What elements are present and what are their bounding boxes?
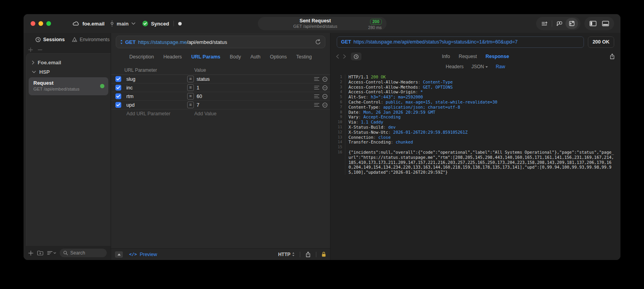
url-host: https://statuspage.me xyxy=(138,39,187,45)
send-receive-button[interactable] xyxy=(566,18,578,29)
toolbar-separator xyxy=(552,20,552,27)
request-duration: 280 ms xyxy=(368,25,381,30)
param-enabled-checkbox[interactable] xyxy=(115,93,121,99)
request-editor-pane: GET https://statuspage.me/api/embed/stat… xyxy=(111,33,330,260)
remove-param-icon[interactable] xyxy=(322,94,328,99)
request-list-button[interactable] xyxy=(538,18,551,29)
tab-options[interactable]: Options xyxy=(270,54,287,60)
tab-headers-label: Headers xyxy=(163,54,182,60)
response-subtab-json[interactable]: JSON xyxy=(471,64,488,69)
param-enabled-checkbox[interactable] xyxy=(115,85,121,91)
add-request-icon[interactable] xyxy=(28,251,33,256)
tab-body[interactable]: Body xyxy=(230,54,241,60)
branch-chevron-down-icon[interactable] xyxy=(131,22,135,25)
param-name-field[interactable]: rtm xyxy=(124,94,187,99)
param-value-cell[interactable]: =7 xyxy=(187,102,308,108)
equals-type-icon[interactable]: = xyxy=(187,93,194,100)
params-table-body: slug=statusinc=1rtm=60upd=7 xyxy=(111,75,330,109)
equals-type-icon[interactable]: = xyxy=(187,102,194,108)
add-url-parameter-placeholder[interactable]: Add URL Parameter xyxy=(124,111,187,116)
response-subtab-headers[interactable]: Headers xyxy=(446,64,463,69)
tab-sessions[interactable]: Sessions xyxy=(35,37,65,42)
zoom-window-button[interactable] xyxy=(46,21,51,26)
param-value-cell[interactable]: =1 xyxy=(187,84,308,91)
toggle-bottom-panel-button[interactable] xyxy=(599,18,612,29)
code-line: 8Date: Mon, 26 Jan 2026 20:29:59 GMT xyxy=(330,110,620,115)
request-item-subtitle: GET /api/embed/status xyxy=(33,86,100,92)
remove-param-icon[interactable] xyxy=(322,76,328,82)
history-clock-button[interactable] xyxy=(351,53,361,60)
remove-param-icon[interactable] xyxy=(322,102,328,108)
tab-environments[interactable]: Environments xyxy=(72,37,109,42)
method-select[interactable]: GET xyxy=(125,39,136,45)
nav-forward-icon[interactable] xyxy=(343,54,346,59)
search-input[interactable]: Search xyxy=(60,249,107,257)
param-enabled-checkbox[interactable] xyxy=(115,102,121,108)
search-placeholder: Search xyxy=(70,250,85,256)
code-line: 7Content-Type: application/json; charset… xyxy=(330,105,620,110)
nav-back-icon[interactable] xyxy=(336,54,339,59)
preview-label: Preview xyxy=(140,252,157,257)
protocol-select[interactable]: HTTP xyxy=(278,252,295,257)
response-body-raw[interactable]: 1HTTP/1.1 200 OK2Access-Control-Allow-He… xyxy=(330,71,620,260)
param-value-field[interactable]: 1 xyxy=(197,85,199,91)
branch-name[interactable]: main xyxy=(117,21,128,27)
equals-type-icon[interactable]: = xyxy=(187,76,194,82)
tab-auth-label: Auth xyxy=(250,54,261,60)
drag-handle-icon[interactable] xyxy=(314,77,319,81)
tab-headers[interactable]: Headers xyxy=(163,54,182,60)
tab-url-params[interactable]: URL Params xyxy=(191,54,220,60)
param-name-field[interactable]: upd xyxy=(124,102,187,108)
request-url-text[interactable]: https://statuspage.me/api/embed/status xyxy=(138,39,227,45)
minimize-window-button[interactable] xyxy=(38,21,43,26)
new-folder-icon[interactable] xyxy=(37,250,44,256)
remove-session-icon[interactable] xyxy=(38,47,42,52)
tree-group-hsp[interactable]: HSP xyxy=(29,67,108,76)
remove-param-icon[interactable] xyxy=(322,85,328,91)
tree-group-foe-email[interactable]: Foe.email xyxy=(29,58,108,67)
param-value-field[interactable]: 7 xyxy=(197,102,199,108)
response-subtab-json-label: JSON xyxy=(471,64,484,69)
param-name-field[interactable]: inc xyxy=(124,85,187,91)
request-url-bar[interactable]: GET https://statuspage.me/api/embed/stat… xyxy=(116,36,325,48)
param-value-cell[interactable]: =status xyxy=(187,76,308,82)
drag-handle-icon[interactable] xyxy=(314,94,319,98)
sent-request-texts: Sent Request GET /api/embed/status xyxy=(263,18,369,29)
param-enabled-checkbox[interactable] xyxy=(115,76,121,82)
close-window-button[interactable] xyxy=(31,21,35,26)
expand-panel-button[interactable] xyxy=(115,251,123,258)
drag-handle-icon[interactable] xyxy=(314,103,319,107)
export-response-icon[interactable] xyxy=(609,53,615,60)
add-value-placeholder[interactable]: Add Value xyxy=(187,111,308,116)
project-name[interactable]: foe.email xyxy=(82,21,104,27)
param-value-cell[interactable]: =60 xyxy=(187,93,308,100)
sent-request-url-box[interactable]: GET https://statuspage.me/api/embed/stat… xyxy=(337,36,584,48)
response-subtab-raw[interactable]: Raw xyxy=(496,64,505,69)
share-icon[interactable] xyxy=(305,251,311,258)
sent-request-summary[interactable]: Sent Request GET /api/embed/status 200 2… xyxy=(258,17,387,30)
param-value-field[interactable]: status xyxy=(197,76,210,82)
sort-list-icon[interactable] xyxy=(47,251,56,255)
tab-description[interactable]: Description xyxy=(130,54,154,60)
response-tab-info[interactable]: Info xyxy=(442,54,450,59)
tab-testing[interactable]: Testing xyxy=(296,54,312,60)
sidebar-item-request-selected[interactable]: Request GET /api/embed/status xyxy=(29,77,108,95)
tab-auth[interactable]: Auth xyxy=(250,54,261,60)
method-stepper-icon[interactable] xyxy=(120,40,123,44)
drag-handle-icon[interactable] xyxy=(314,85,319,90)
add-session-icon[interactable] xyxy=(28,47,33,52)
layout-toggles-group xyxy=(584,17,614,30)
line-number: 3 xyxy=(330,85,345,90)
toggle-left-sidebar-button[interactable] xyxy=(587,18,599,29)
refresh-icon[interactable] xyxy=(315,39,321,45)
preview-button[interactable]: </> Preview xyxy=(129,252,157,257)
response-tab-request[interactable]: Request xyxy=(459,54,477,59)
sync-loop-button[interactable] xyxy=(553,18,566,29)
sidebar: Sessions Environments Foe.email xyxy=(24,33,111,260)
equals-type-icon[interactable]: = xyxy=(187,84,194,91)
add-param-row[interactable]: Add URL Parameter Add Value xyxy=(111,109,330,118)
line-number: 7 xyxy=(330,105,345,110)
param-name-field[interactable]: slug xyxy=(124,76,187,82)
param-value-field[interactable]: 60 xyxy=(197,94,202,99)
response-tab-response[interactable]: Response xyxy=(485,54,509,59)
